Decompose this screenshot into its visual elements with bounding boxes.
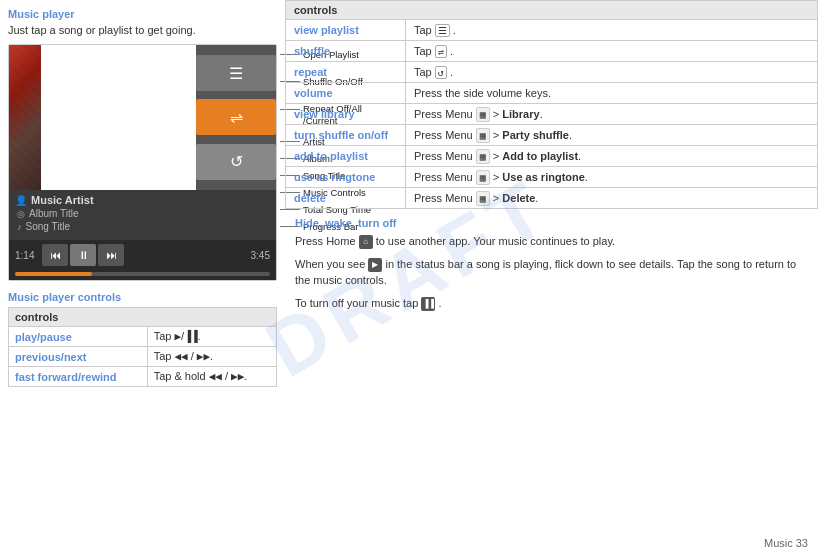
album-row: ◎ Album Title [17,208,270,219]
ff-rew-desc: Tap & hold ◀◀ / ▶▶. [147,367,276,387]
open-playlist-btn[interactable]: ☰ [196,55,276,91]
hide-para-2: When you see ▶ in the status bar a song … [295,256,808,289]
next-btn[interactable]: ⏭ [98,244,124,266]
player-top: ☰ ⇌ ↺ [9,45,276,190]
table-row: use as ringtone Press Menu ▦ > Use as ri… [286,167,818,188]
table-row: repeat Tap ↺ . [286,62,818,83]
repeat-ctrl-desc: Tap ↺ . [406,62,818,83]
page-title: Music player [8,8,277,20]
repeat-icon: ↺ [230,152,243,171]
player-inner: ☰ ⇌ ↺ 👤 Music Artist [8,44,277,281]
table-row: turn shuffle on/off Press Menu ▦ > Party… [286,125,818,146]
table-row: volume Press the side volume keys. [286,83,818,104]
shuffle-icon: ⇌ [230,108,243,127]
album-art-overlay [9,45,41,190]
right-header-row: controls [286,1,818,20]
music-player-controls-section: Music player controls controls play/paus… [8,291,277,387]
right-controls-header: controls [286,1,818,20]
progress-bar-fill [15,272,92,276]
view-library-desc: Press Menu ▦ > Library. [406,104,818,125]
home-icon: ⌂ [359,235,373,249]
volume-desc: Press the side volume keys. [406,83,818,104]
player-info: 👤 Music Artist ◎ Album Title ♪ Song Titl… [9,190,276,240]
right-section: controls view playlist Tap ☰ . shuffle T… [285,0,818,555]
turn-shuffle-desc: Press Menu ▦ > Party shuffle. [406,125,818,146]
playlist-icon: ☰ [229,64,243,83]
prev-next-label: previous/next [9,347,148,367]
controls-section-title: Music player controls [8,291,277,303]
page-subtitle: Just tap a song or playlist to get going… [8,24,277,36]
controls-row: 1:14 ⏮ ⏸ ⏭ 3:45 [9,240,276,270]
table-row: shuffle Tap ⇌ . [286,41,818,62]
left-section: Music player Just tap a song or playlist… [0,0,285,555]
artist-name: Music Artist [31,194,94,206]
volume-label: volume [286,83,406,104]
album-name: Album Title [29,208,78,219]
player-sidebar: ☰ ⇌ ↺ [196,45,276,190]
controls-header: controls [9,308,277,327]
prev-next-desc: Tap ◀◀ / ▶▶. [147,347,276,367]
note-icon: ♪ [17,222,22,232]
table-row: play/pause Tap ▶/▐▐. [9,327,277,347]
page-footer: Music 33 [764,537,808,549]
ringtone-desc: Press Menu ▦ > Use as ringtone. [406,167,818,188]
table-row: fast forward/rewind Tap & hold ◀◀ / ▶▶. [9,367,277,387]
shuffle-ctrl-desc: Tap ⇌ . [406,41,818,62]
pause-icon-inline: ▐▐ [421,297,435,311]
play-pause-desc: Tap ▶/▐▐. [147,327,276,347]
repeat-btn[interactable]: ↺ [196,144,276,180]
shuffle-ctrl-label: shuffle [286,41,406,62]
play-pause-label: play/pause [9,327,148,347]
artist-icon: 👤 [15,195,27,206]
right-controls-table: controls view playlist Tap ☰ . shuffle T… [285,0,818,209]
add-playlist-label: add to playlist [286,146,406,167]
song-row: ♪ Song Title [17,221,270,232]
play-icon-inline: ▶ [368,258,382,272]
current-time: 1:14 [15,250,40,261]
player-widget: ☰ ⇌ ↺ 👤 Music Artist [8,44,277,281]
turn-shuffle-label: turn shuffle on/off [286,125,406,146]
view-playlist-label: view playlist [286,20,406,41]
controls-table: controls play/pause Tap ▶/▐▐. previous/n… [8,307,277,387]
album-art [9,45,41,190]
repeat-ctrl-label: repeat [286,62,406,83]
prev-btn[interactable]: ⏮ [42,244,68,266]
hide-para-3: To turn off your music tap ▐▐ . [295,295,808,312]
view-playlist-desc: Tap ☰ . [406,20,818,41]
artist-row: 👤 Music Artist [15,194,270,206]
total-time: 3:45 [251,250,270,261]
delete-label: delete [286,188,406,209]
disc-icon: ◎ [17,209,25,219]
controls-table-header-row: controls [9,308,277,327]
ff-rew-label: fast forward/rewind [9,367,148,387]
play-pause-btn[interactable]: ⏸ [70,244,96,266]
delete-desc: Press Menu ▦ > Delete. [406,188,818,209]
hide-para-1: Press Home ⌂ to use another app. Your mu… [295,233,808,250]
table-row: view playlist Tap ☰ . [286,20,818,41]
table-row: add to playlist Press Menu ▦ > Add to pl… [286,146,818,167]
ringtone-label: use as ringtone [286,167,406,188]
table-row: delete Press Menu ▦ > Delete. [286,188,818,209]
progress-bar-outer[interactable] [15,272,270,276]
view-library-label: view library [286,104,406,125]
add-playlist-desc: Press Menu ▦ > Add to playlist. [406,146,818,167]
table-row: view library Press Menu ▦ > Library. [286,104,818,125]
hide-title: Hide, wake, turn off [295,217,808,229]
song-name: Song Title [26,221,70,232]
shuffle-btn[interactable]: ⇌ [196,99,276,135]
progress-container [9,270,276,280]
table-row: previous/next Tap ◀◀ / ▶▶. [9,347,277,367]
hide-section: Hide, wake, turn off Press Home ⌂ to use… [285,209,818,319]
